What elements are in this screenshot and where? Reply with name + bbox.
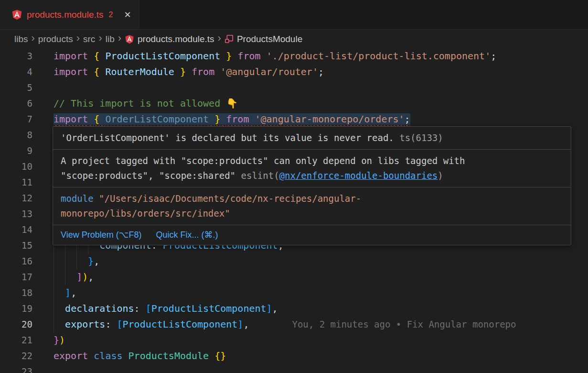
code-line-23[interactable]: 23: [0, 364, 588, 373]
line-number-4[interactable]: 4: [0, 64, 32, 80]
code-token: :: [134, 303, 140, 314]
breadcrumb-label: ProductsModule: [237, 34, 302, 44]
code-token: }: [214, 113, 220, 125]
line-number-20[interactable]: 20: [0, 317, 32, 332]
line-number-13[interactable]: 13: [0, 206, 32, 222]
line-number-22[interactable]: 22: [0, 348, 32, 364]
code-token: ]: [65, 287, 71, 298]
code-token: ]: [237, 318, 243, 330]
code-token: ProductListComponent: [105, 50, 220, 62]
code-token: import: [53, 50, 88, 62]
code-line-3[interactable]: 3import { ProductListComponent } from '.…: [0, 48, 588, 64]
code-token: {}: [214, 350, 226, 362]
indent-guide: [76, 253, 77, 269]
indent-guide: [53, 253, 54, 269]
line-number-6[interactable]: 6: [0, 96, 32, 111]
code-token: class: [94, 350, 122, 362]
code-token: '@angular-monorepo/orders': [255, 113, 405, 125]
code-editor[interactable]: 3import { ProductListComponent } from '.…: [0, 48, 588, 373]
ts-diagnostic-message: 'OrderListComponent' is declared but its…: [61, 132, 394, 143]
line-number-14[interactable]: 14: [0, 222, 32, 238]
code-token: [: [146, 303, 151, 314]
error-hover-widget: 'OrderListComponent' is declared but its…: [53, 126, 571, 245]
code-token: [232, 50, 237, 62]
breadcrumb-label: src: [83, 34, 95, 44]
view-problem-action[interactable]: View Problem (⌥F8): [61, 230, 141, 240]
hover-actions: View Problem (⌥F8) Quick Fix... (⌘.): [53, 225, 571, 245]
code-line-21[interactable]: 21}): [0, 332, 588, 348]
code-token: '@angular/router': [220, 66, 318, 77]
breadcrumb-item-libs[interactable]: libs: [14, 34, 28, 44]
line-number-10[interactable]: 10: [0, 159, 32, 175]
code-line-content: import { OrderListComponent } from '@ang…: [32, 111, 410, 127]
quick-fix-action[interactable]: Quick Fix... (⌘.): [156, 230, 218, 240]
line-number-23[interactable]: 23: [0, 364, 32, 373]
code-token: ProductsModule: [128, 350, 209, 362]
eslint-message-line2: "scope:products", "scope:shared": [61, 170, 235, 181]
breadcrumb-separator: ›: [118, 33, 121, 45]
code-line-19[interactable]: 19 declarations: [ProductListComponent],: [0, 301, 588, 317]
code-token: [: [117, 318, 122, 330]
code-token: [214, 66, 220, 77]
code-token: OrderListComponent: [105, 113, 209, 125]
code-token: [174, 66, 180, 77]
code-token: [249, 113, 255, 125]
line-number-7[interactable]: 7: [0, 111, 32, 127]
code-line-content: exports: [ProductListComponent],You, 2 m…: [32, 317, 516, 332]
code-token: [53, 287, 65, 298]
breadcrumb-label: products.module.ts: [138, 34, 214, 44]
code-line-content: import { ProductListComponent } from './…: [32, 48, 496, 64]
code-line-22[interactable]: 22export class ProductsModule {}: [0, 348, 588, 364]
tab-products-module-ts[interactable]: products.module.ts 2 ✕: [0, 0, 139, 29]
line-number-17[interactable]: 17: [0, 269, 32, 285]
code-token: [88, 50, 94, 62]
hover-highlight-range: import { OrderListComponent } from '@ang…: [53, 113, 410, 125]
tab-close-button[interactable]: ✕: [124, 10, 131, 20]
code-token: from: [237, 50, 260, 62]
code-token: }: [226, 50, 232, 62]
module-path-line2: monorepo/libs/orders/src/index": [61, 208, 230, 219]
code-token: // This import is not allowed: [53, 98, 226, 109]
code-token: [88, 350, 94, 362]
code-line-6[interactable]: 6// This import is not allowed 👇: [0, 96, 588, 111]
code-line-5[interactable]: 5: [0, 80, 588, 96]
hover-diagnostic-eslint: A project tagged with "scope:products" c…: [53, 150, 571, 187]
line-number-8[interactable]: 8: [0, 127, 32, 143]
code-line-16[interactable]: 16 },: [0, 253, 588, 269]
code-line-4[interactable]: 4import { RouterModule } from '@angular/…: [0, 64, 588, 80]
code-token: from: [192, 66, 214, 77]
line-number-5[interactable]: 5: [0, 80, 32, 96]
line-number-9[interactable]: 9: [0, 143, 32, 159]
line-number-21[interactable]: 21: [0, 332, 32, 348]
code-token: [140, 303, 146, 314]
code-token: [99, 113, 105, 125]
angular-icon: [125, 34, 134, 44]
code-token: export: [53, 350, 88, 362]
code-token: declarations: [65, 303, 134, 314]
line-number-11[interactable]: 11: [0, 175, 32, 190]
code-line-20[interactable]: 20 exports: [ProductListComponent],You, …: [0, 317, 588, 332]
line-number-16[interactable]: 16: [0, 253, 32, 269]
eslint-rule-link[interactable]: @nx/enforce-module-boundaries: [279, 170, 438, 181]
code-line-7[interactable]: 7import { OrderListComponent } from '@an…: [0, 111, 588, 127]
code-line-18[interactable]: 18 ],: [0, 285, 588, 301]
code-token: import: [53, 113, 88, 125]
code-line-17[interactable]: 17 ]),: [0, 269, 588, 285]
code-token: {: [94, 66, 99, 77]
breadcrumb-item-src[interactable]: src: [83, 34, 95, 44]
code-token: ;: [405, 113, 410, 125]
code-token: }: [88, 255, 94, 267]
breadcrumb-item-products[interactable]: products: [38, 34, 73, 44]
breadcrumb-item-products-module-ts[interactable]: products.module.ts: [125, 34, 214, 44]
code-token: [99, 66, 105, 77]
breadcrumb-item-lib[interactable]: lib: [106, 34, 115, 44]
line-number-3[interactable]: 3: [0, 48, 32, 64]
line-number-15[interactable]: 15: [0, 238, 32, 253]
line-number-19[interactable]: 19: [0, 301, 32, 317]
indent-guide: [53, 317, 54, 332]
line-number-18[interactable]: 18: [0, 285, 32, 301]
code-line-content: },: [32, 253, 99, 269]
indent-guide: [53, 269, 54, 285]
line-number-12[interactable]: 12: [0, 190, 32, 206]
breadcrumb-item-productsmodule[interactable]: ProductsModule: [225, 34, 302, 44]
